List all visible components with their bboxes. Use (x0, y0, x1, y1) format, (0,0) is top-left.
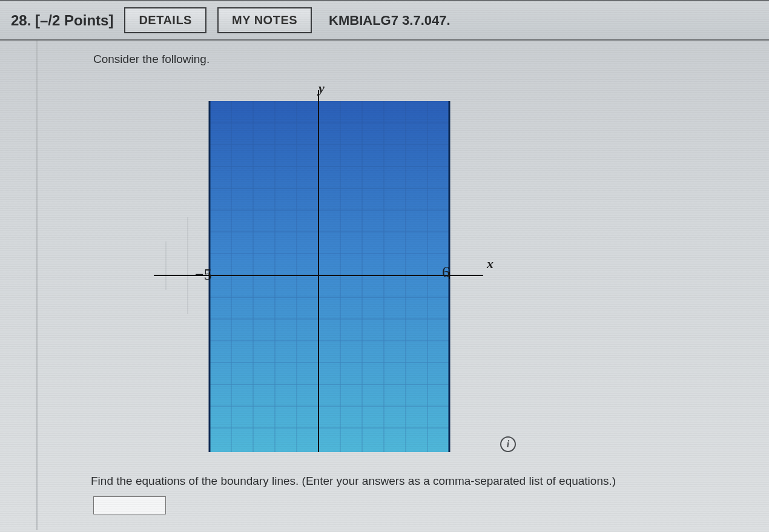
question-reference-code: KMBIALG7 3.7.047. (329, 13, 451, 28)
my-notes-button[interactable]: MY NOTES (217, 7, 312, 33)
question-header: 28. [–/2 Points] DETAILS MY NOTES KMBIAL… (0, 0, 769, 41)
x-tick-neg5: −5 (195, 266, 212, 284)
x-axis-label: x (487, 256, 493, 272)
shaded-region (210, 101, 449, 452)
info-icon[interactable]: i (500, 436, 516, 452)
coordinate-plane (130, 84, 517, 459)
answer-input[interactable] (93, 496, 166, 514)
question-body: Consider the following. (36, 41, 769, 530)
x-tick-6: 6 (442, 263, 450, 281)
question-intro-text: Consider the following. (93, 53, 769, 66)
question-number-points: 28. [–/2 Points] (11, 12, 113, 29)
question-prompt: Find the equations of the boundary lines… (91, 475, 769, 488)
info-icon-glyph: i (507, 439, 509, 450)
y-axis-label: y (318, 80, 325, 96)
graph-figure: y x −5 6 i (130, 84, 517, 459)
details-button[interactable]: DETAILS (124, 7, 206, 33)
